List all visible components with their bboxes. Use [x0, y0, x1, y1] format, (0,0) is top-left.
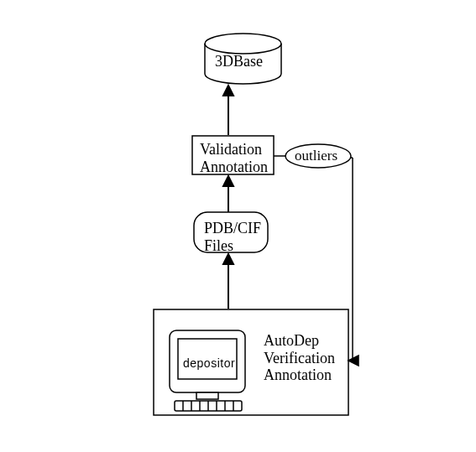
autodep-line3: Annotation [264, 366, 332, 383]
validation-box-label: Validation Annotation [200, 141, 268, 175]
files-box-label: PDB/CIF Files [204, 220, 261, 254]
arrow-validation-to-db-icon [223, 86, 233, 135]
svg-marker-2 [223, 86, 233, 96]
svg-marker-20 [348, 356, 358, 366]
autodep-label: AutoDep Verification Annotation [264, 332, 335, 384]
depositor-label: depositor [183, 356, 235, 370]
outliers-label: outliers [295, 148, 337, 164]
validation-line1: Validation [200, 141, 262, 158]
db-label: 3DBase [215, 53, 263, 70]
autodep-line2: Verification [264, 350, 335, 366]
files-line1: PDB/CIF [204, 220, 261, 236]
arrow-autodep-to-files-icon [223, 254, 233, 309]
arrow-files-to-validation-icon [223, 176, 233, 212]
svg-rect-9 [196, 392, 218, 399]
diagram-stage: 3DBase Validation Annotation outliers PD… [0, 0, 476, 452]
validation-line2: Annotation [200, 158, 268, 175]
files-line2: Files [204, 237, 233, 254]
autodep-line1: AutoDep [264, 332, 319, 349]
arrow-outliers-to-autodep-icon [348, 158, 358, 366]
svg-marker-6 [223, 254, 233, 264]
svg-marker-4 [223, 176, 233, 186]
svg-point-0 [205, 34, 281, 54]
